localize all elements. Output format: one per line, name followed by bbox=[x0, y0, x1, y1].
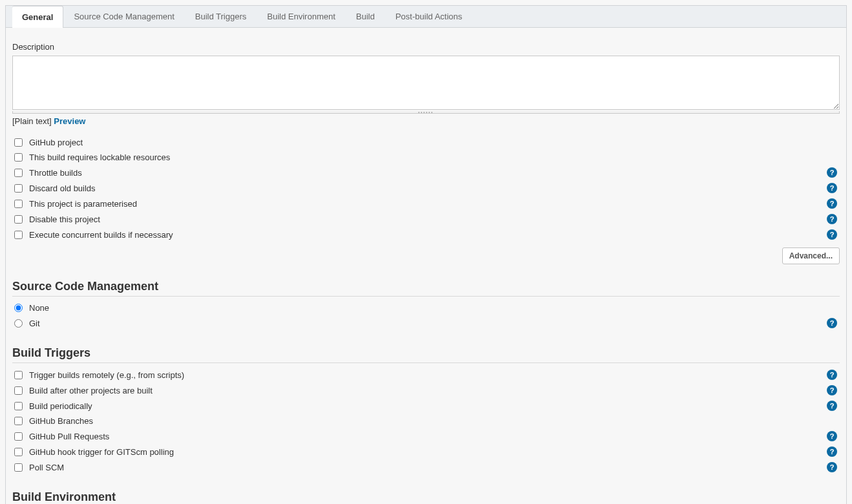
advanced-row: Advanced... bbox=[12, 247, 840, 264]
general-options: GitHub project This build requires locka… bbox=[12, 135, 840, 242]
tab-build-triggers[interactable]: Build Triggers bbox=[185, 6, 257, 27]
label-trigger-github-hook: GitHub hook trigger for GITScm polling bbox=[29, 447, 827, 457]
label-trigger-poll-scm: Poll SCM bbox=[29, 463, 827, 472]
checkbox-discard-old-builds[interactable] bbox=[14, 184, 23, 193]
config-body: Description [Plain text] Preview GitHub … bbox=[6, 28, 846, 504]
help-icon[interactable]: ? bbox=[827, 183, 837, 193]
option-throttle-builds: Throttle builds ? bbox=[12, 165, 840, 180]
label-trigger-periodic: Build periodically bbox=[29, 401, 827, 411]
help-icon[interactable]: ? bbox=[827, 214, 837, 224]
trigger-remote: Trigger builds remotely (e.g., from scri… bbox=[12, 367, 840, 383]
plain-text-label: [Plain text] bbox=[12, 116, 52, 126]
advanced-button[interactable]: Advanced... bbox=[782, 247, 840, 264]
description-format-row: [Plain text] Preview bbox=[12, 116, 840, 126]
label-parameterised: This project is parameterised bbox=[29, 199, 827, 209]
label-trigger-github-branches: GitHub Branches bbox=[29, 416, 840, 426]
label-concurrent-builds: Execute concurrent builds if necessary bbox=[29, 230, 827, 240]
option-disable-project: Disable this project ? bbox=[12, 211, 840, 227]
label-trigger-after-other: Build after other projects are built bbox=[29, 386, 827, 395]
help-icon[interactable]: ? bbox=[827, 167, 837, 178]
textarea-resize-grip[interactable] bbox=[12, 111, 840, 114]
radio-scm-git[interactable] bbox=[14, 319, 23, 328]
label-trigger-remote: Trigger builds remotely (e.g., from scri… bbox=[29, 370, 827, 380]
option-discard-old-builds: Discard old builds ? bbox=[12, 180, 840, 196]
help-icon[interactable]: ? bbox=[827, 198, 837, 209]
help-icon[interactable]: ? bbox=[827, 431, 837, 441]
help-icon[interactable]: ? bbox=[827, 401, 837, 411]
tab-bar: General Source Code Management Build Tri… bbox=[6, 6, 846, 28]
scm-options: None Git ? bbox=[12, 300, 840, 331]
preview-link[interactable]: Preview bbox=[54, 116, 85, 126]
option-lockable-resources: This build requires lockable resources bbox=[12, 150, 840, 165]
checkbox-trigger-github-prs[interactable] bbox=[14, 432, 23, 441]
checkbox-trigger-github-hook[interactable] bbox=[14, 448, 23, 456]
label-github-project: GitHub project bbox=[29, 138, 840, 147]
label-trigger-github-prs: GitHub Pull Requests bbox=[29, 432, 827, 441]
description-textarea[interactable] bbox=[12, 56, 840, 110]
option-parameterised: This project is parameterised ? bbox=[12, 196, 840, 211]
config-page: General Source Code Management Build Tri… bbox=[5, 5, 847, 504]
label-throttle-builds: Throttle builds bbox=[29, 168, 827, 178]
scm-option-git: Git ? bbox=[12, 315, 840, 331]
trigger-github-hook: GitHub hook trigger for GITScm polling ? bbox=[12, 444, 840, 459]
checkbox-trigger-github-branches[interactable] bbox=[14, 417, 23, 425]
tab-general[interactable]: General bbox=[12, 6, 63, 28]
label-discard-old-builds: Discard old builds bbox=[29, 184, 827, 193]
trigger-options: Trigger builds remotely (e.g., from scri… bbox=[12, 367, 840, 475]
trigger-poll-scm: Poll SCM ? bbox=[12, 459, 840, 475]
tab-build-environment[interactable]: Build Environment bbox=[257, 6, 346, 27]
checkbox-throttle-builds[interactable] bbox=[14, 169, 23, 177]
trigger-github-prs: GitHub Pull Requests ? bbox=[12, 428, 840, 444]
trigger-github-branches: GitHub Branches bbox=[12, 414, 840, 428]
checkbox-github-project[interactable] bbox=[14, 138, 23, 147]
checkbox-trigger-periodic[interactable] bbox=[14, 402, 23, 410]
checkbox-concurrent-builds[interactable] bbox=[14, 231, 23, 239]
radio-scm-none[interactable] bbox=[14, 304, 23, 312]
label-lockable-resources: This build requires lockable resources bbox=[29, 152, 840, 162]
checkbox-trigger-remote[interactable] bbox=[14, 371, 23, 379]
checkbox-parameterised[interactable] bbox=[14, 200, 23, 208]
label-scm-git: Git bbox=[29, 319, 827, 328]
tab-post-build-actions[interactable]: Post-build Actions bbox=[385, 6, 473, 27]
build-triggers-heading: Build Triggers bbox=[12, 346, 840, 363]
help-icon[interactable]: ? bbox=[827, 462, 837, 472]
checkbox-lockable-resources[interactable] bbox=[14, 153, 23, 162]
scm-heading: Source Code Management bbox=[12, 280, 840, 297]
help-icon[interactable]: ? bbox=[827, 385, 837, 395]
trigger-after-other: Build after other projects are built ? bbox=[12, 383, 840, 398]
build-environment-heading: Build Environment bbox=[12, 490, 840, 504]
label-disable-project: Disable this project bbox=[29, 215, 827, 224]
checkbox-disable-project[interactable] bbox=[14, 215, 23, 224]
label-scm-none: None bbox=[29, 303, 840, 313]
tab-source-code-management[interactable]: Source Code Management bbox=[63, 6, 184, 27]
trigger-periodic: Build periodically ? bbox=[12, 398, 840, 414]
checkbox-trigger-poll-scm[interactable] bbox=[14, 463, 23, 472]
tab-build[interactable]: Build bbox=[346, 6, 385, 27]
checkbox-trigger-after-other[interactable] bbox=[14, 386, 23, 395]
description-label: Description bbox=[12, 42, 840, 52]
help-icon[interactable]: ? bbox=[827, 446, 837, 457]
option-concurrent-builds: Execute concurrent builds if necessary ? bbox=[12, 227, 840, 242]
help-icon[interactable]: ? bbox=[827, 318, 837, 328]
help-icon[interactable]: ? bbox=[827, 370, 837, 380]
help-icon[interactable]: ? bbox=[827, 229, 837, 240]
scm-option-none: None bbox=[12, 300, 840, 315]
option-github-project: GitHub project bbox=[12, 135, 840, 150]
